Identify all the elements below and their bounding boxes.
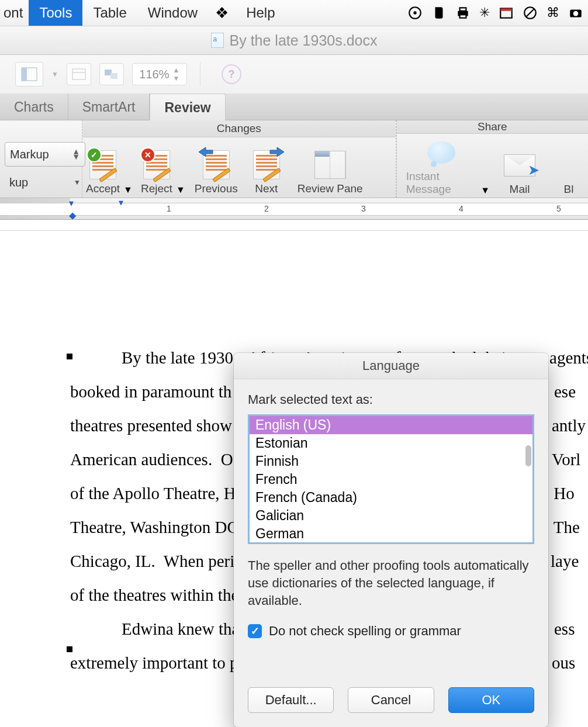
group-header-changes: Changes <box>82 120 396 137</box>
script-menu-icon[interactable]: ❖ <box>215 4 229 22</box>
sidebar-toggle-button[interactable] <box>15 62 43 86</box>
tab-marker[interactable]: ▾ <box>119 198 123 208</box>
menu-item-help[interactable]: Help <box>236 0 285 26</box>
markup-dropdown[interactable]: Markup▲▼ <box>5 142 85 167</box>
status-icons: ✳ ⌘ <box>407 5 588 20</box>
svg-rect-6 <box>500 8 512 11</box>
menubar: ont Tools Table Window ❖ Help ✳ ⌘ <box>0 0 588 26</box>
layout-button[interactable] <box>67 63 91 85</box>
tab-charts[interactable]: Charts <box>0 94 68 120</box>
markup-dropdown-2[interactable]: kup▼ <box>5 171 85 193</box>
scrollbar-thumb[interactable] <box>525 445 531 466</box>
review-pane-button[interactable]: Review Pane <box>294 150 366 195</box>
menu-item-font-cut[interactable]: ont <box>0 0 29 26</box>
svg-line-8 <box>527 9 534 17</box>
svg-point-1 <box>413 11 416 14</box>
language-option-french-canada[interactable]: French (Canada) <box>250 489 532 507</box>
svg-rect-4 <box>460 15 466 18</box>
menu-item-window[interactable]: Window <box>137 0 208 26</box>
evernote-icon[interactable] <box>431 5 447 20</box>
reject-button[interactable]: ✕ Reject <box>137 150 176 195</box>
ruler-tick-2: 2 <box>264 204 269 213</box>
keyboard-icon[interactable]: ⌘ <box>547 5 559 20</box>
horizontal-ruler[interactable]: ▾ ◆ ▾ 1 2 3 4 5 <box>0 198 588 220</box>
ruler-tick-5: 5 <box>556 204 561 213</box>
language-option-finnish[interactable]: Finnish <box>250 452 532 470</box>
language-option-galician[interactable]: Galician <box>250 507 532 525</box>
tab-review[interactable]: Review <box>150 94 225 120</box>
svg-rect-12 <box>22 68 27 81</box>
menu-item-tools[interactable]: Tools <box>29 0 82 26</box>
ribbon-tabs: Charts SmartArt Review <box>0 94 588 120</box>
no-spellcheck-label: Do not check spelling or grammar <box>269 624 461 639</box>
ok-button[interactable]: OK <box>448 687 534 713</box>
accept-button[interactable]: ✓ Accept <box>82 150 123 195</box>
previous-button[interactable]: Previous <box>191 150 241 195</box>
svg-rect-16 <box>110 73 117 79</box>
next-button[interactable]: Next <box>247 150 286 195</box>
language-listbox[interactable]: English (US) Estonian Finnish French Fre… <box>248 414 534 544</box>
printer-icon[interactable] <box>455 5 471 20</box>
info-circle-icon[interactable] <box>407 5 423 20</box>
dialog-prompt-label: Mark selected text as: <box>248 392 534 407</box>
language-option-english-us[interactable]: English (US) <box>250 416 532 434</box>
cancel-button[interactable]: Cancel <box>348 687 434 713</box>
dropdown-arrow-icon[interactable]: ▼ <box>51 70 58 78</box>
first-line-indent-marker[interactable]: ▾ <box>69 198 74 209</box>
dialog-description: The speller and other proofing tools aut… <box>248 557 534 610</box>
calendar-icon[interactable] <box>499 5 514 20</box>
accept-dropdown-icon[interactable]: ▼ <box>123 185 133 195</box>
menu-item-table[interactable]: Table <box>82 0 137 26</box>
window-titlebar: By the late 1930s.docx <box>0 26 588 55</box>
no-entry-icon[interactable] <box>523 5 538 20</box>
language-option-german[interactable]: German <box>250 525 532 543</box>
no-spellcheck-checkbox[interactable]: ✓ <box>248 624 262 638</box>
zoom-selector[interactable]: 116%▲▼ <box>132 63 187 85</box>
language-option-french[interactable]: French <box>250 470 532 489</box>
tab-smartart[interactable]: SmartArt <box>68 94 150 120</box>
im-dropdown-icon[interactable]: ▼ <box>480 185 490 196</box>
dialog-title: Language <box>234 353 548 379</box>
document-icon <box>211 33 224 48</box>
language-dialog: Language Mark selected text as: English … <box>234 353 548 727</box>
ruler-tick-3: 3 <box>361 204 366 213</box>
language-option-estonian[interactable]: Estonian <box>250 434 532 452</box>
help-button[interactable]: ? <box>222 64 241 84</box>
ruler-tick-4: 4 <box>459 204 464 213</box>
ruler-tick-1: 1 <box>167 204 171 213</box>
media-button[interactable] <box>99 63 124 85</box>
svg-rect-3 <box>460 8 466 11</box>
instant-message-button[interactable]: Instant Message <box>403 137 481 196</box>
group-header-share: Share <box>397 120 588 134</box>
default-button[interactable]: Default... <box>248 687 334 713</box>
brightness-icon[interactable]: ✳ <box>479 5 490 20</box>
document-filename: By the late 1930s.docx <box>230 32 378 49</box>
quick-access-toolbar: ▼ 116%▲▼ ? <box>0 55 588 94</box>
blog-button-cut[interactable]: Bl <box>549 150 588 196</box>
svg-rect-13 <box>72 69 85 79</box>
camera-icon[interactable] <box>568 5 583 20</box>
left-indent-marker[interactable]: ◆ <box>69 210 76 220</box>
svg-point-10 <box>573 11 579 16</box>
mail-button[interactable]: ➤ Mail <box>500 150 539 196</box>
ribbon-body: . Markup▲▼ kup▼ Changes ✓ Accept ▼ ✕ Rej… <box>0 120 588 198</box>
reject-dropdown-icon[interactable]: ▼ <box>176 185 185 195</box>
